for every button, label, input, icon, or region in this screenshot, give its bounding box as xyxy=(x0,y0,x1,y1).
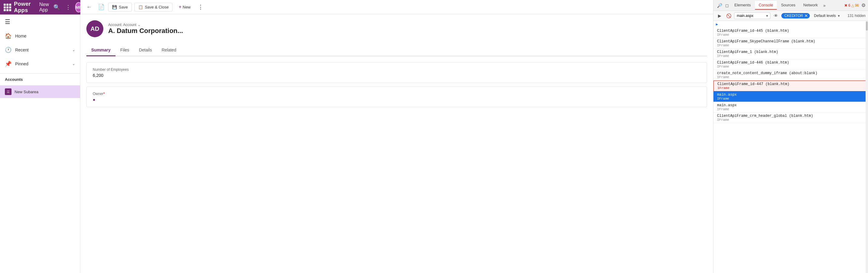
entity-name: A. Datum Corporation... xyxy=(108,27,183,35)
console-item[interactable]: ClientApiFrame_1 (blank.htm) IFrame xyxy=(713,49,868,59)
field-employees: Number of Employees 6,200 xyxy=(86,62,707,83)
page-icon: 📄 xyxy=(97,2,106,11)
console-item[interactable]: ClientApiFrame_id-445 (blank.htm) IFrame xyxy=(713,28,868,38)
subarea-icon: ☰ xyxy=(5,89,11,95)
back-button[interactable]: ← xyxy=(84,3,94,11)
sidebar-item-pinned[interactable]: 📌 Pinned ⌄ xyxy=(0,57,80,71)
owner-label: Owner* xyxy=(93,92,701,96)
error-count: 6 xyxy=(848,3,850,7)
filter-input-container: CKEDITOR ✕ xyxy=(781,13,810,19)
entity-info: Account: Account ⌄ A. Datum Corporation.… xyxy=(108,23,183,35)
frame-select-container: main.aspx ▼ xyxy=(734,12,770,19)
filter-value: CKEDITOR xyxy=(784,13,803,18)
tab-sources[interactable]: Sources xyxy=(777,1,799,10)
console-item[interactable]: create_note_content_dummy_iframe (about:… xyxy=(713,70,868,80)
settings-icon[interactable]: ⚙ xyxy=(861,2,866,8)
tab-console[interactable]: Console xyxy=(755,1,777,10)
tab-elements[interactable]: Elements xyxy=(731,1,754,10)
filter-clear-icon[interactable]: ✕ xyxy=(804,13,808,18)
device-icon[interactable]: ◻ xyxy=(724,1,730,10)
app-header: Power Apps New App 🔍 ⋮ MP xyxy=(0,0,80,14)
warn-count: 96 xyxy=(855,3,859,7)
sidebar-nav: 🏠 Home 🕐 Recent ⌄ 📌 Pinned ⌄ xyxy=(0,29,80,71)
recent-chevron-icon: ⌄ xyxy=(72,48,75,52)
error-icon: ✖ xyxy=(844,3,847,7)
console-scrollbar[interactable] xyxy=(866,21,868,273)
accounts-title: Accounts xyxy=(0,73,80,86)
grid-icon[interactable] xyxy=(4,4,11,11)
header-more-icon[interactable]: ⋮ xyxy=(64,3,72,12)
new-button[interactable]: + New xyxy=(175,2,194,11)
hidden-count: 131 hidden xyxy=(848,13,866,18)
crm-panel: ← 📄 💾 Save 📋 Save & Close + New ⋮ AD Acc… xyxy=(80,0,713,273)
sidebar-item-recent-label: Recent xyxy=(15,47,29,53)
tab-details[interactable]: Details xyxy=(134,44,157,56)
clear-console-icon[interactable]: 🚫 xyxy=(725,12,732,20)
employees-label: Number of Employees xyxy=(93,68,701,72)
recent-icon: 🕐 xyxy=(5,46,11,53)
tab-related[interactable]: Related xyxy=(157,44,181,56)
tab-summary[interactable]: Summary xyxy=(86,44,116,56)
pinned-icon: 📌 xyxy=(5,61,11,67)
accounts-item-new-subarea[interactable]: ☰ New Subarea xyxy=(0,86,80,98)
crm-content: AD Account: Account ⌄ A. Datum Corporati… xyxy=(80,14,713,273)
app-name-label: New App xyxy=(39,2,49,13)
frame-select[interactable]: main.aspx xyxy=(734,12,770,19)
level-select[interactable]: Default levels Verbose Info Warnings Err… xyxy=(812,13,842,19)
console-item[interactable]: main.aspx IFrame xyxy=(713,102,868,112)
owner-value[interactable]: ● xyxy=(93,97,701,102)
left-panel: Power Apps New App 🔍 ⋮ MP ☰ 🏠 Home 🕐 Rec… xyxy=(0,0,80,273)
new-plus-icon: + xyxy=(179,4,181,10)
sidebar-toggle[interactable]: ☰ xyxy=(0,14,80,29)
sidebar-item-recent[interactable]: 🕐 Recent ⌄ xyxy=(0,43,80,57)
save-button[interactable]: 💾 Save xyxy=(108,3,132,11)
scrollbar-thumb xyxy=(866,22,868,31)
console-item[interactable]: ClientApiFrame_SkypeChannelIFrame (blank… xyxy=(713,38,868,49)
devtools-toolbar: ▶ 🚫 main.aspx ▼ 👁 CKEDITOR ✕ Default lev… xyxy=(713,11,868,21)
save-close-icon: 📋 xyxy=(138,5,143,9)
employees-value: 6,200 xyxy=(93,73,701,78)
sidebar: ☰ 🏠 Home 🕐 Recent ⌄ 📌 Pinned ⌄ Accounts … xyxy=(0,14,80,273)
tabs-more-icon[interactable]: » xyxy=(823,3,826,8)
execute-icon[interactable]: ▶ xyxy=(716,12,723,20)
console-output[interactable]: ▶ ClientApiFrame_id-445 (blank.htm) IFra… xyxy=(713,21,868,273)
record-tabs: Summary Files Details Related xyxy=(86,44,707,56)
field-owner: Owner* ● xyxy=(86,87,707,107)
expand-row[interactable]: ▶ xyxy=(713,21,868,28)
console-item[interactable]: ClientApiFrame_crm_header_global (blank.… xyxy=(713,112,868,123)
eye-icon[interactable]: 👁 xyxy=(772,12,779,20)
devtools-tabs: 🔎 ◻ Elements Console Sources Network » ✖… xyxy=(713,0,868,11)
toolbar-more-icon[interactable]: ⋮ xyxy=(198,4,204,10)
level-select-container: Default levels Verbose Info Warnings Err… xyxy=(812,13,840,19)
sidebar-item-home-label: Home xyxy=(15,34,26,38)
inspect-icon[interactable]: 🔎 xyxy=(716,1,723,10)
brand-name: Power Apps xyxy=(14,1,31,13)
console-item[interactable]: ClientApiFrame_id-446 (blank.htm) IFrame xyxy=(713,59,868,70)
save-icon: 💾 xyxy=(112,5,117,9)
sidebar-item-pinned-label: Pinned xyxy=(15,62,29,66)
entity-type-label: Account: Account ⌄ xyxy=(108,23,183,27)
search-icon[interactable]: 🔍 xyxy=(52,3,61,12)
crm-toolbar: ← 📄 💾 Save 📋 Save & Close + New ⋮ xyxy=(80,0,713,14)
console-item-selected[interactable]: main.aspx IFrame xyxy=(713,92,868,102)
pinned-chevron-icon: ⌄ xyxy=(72,62,75,66)
devtools-panel: 🔎 ◻ Elements Console Sources Network » ✖… xyxy=(713,0,868,273)
sidebar-item-home[interactable]: 🏠 Home xyxy=(0,29,80,43)
tab-network[interactable]: Network xyxy=(800,1,822,10)
error-badge: ✖ 6 △ 96 xyxy=(844,3,859,7)
entity-avatar: AD xyxy=(86,20,103,37)
warn-icon: △ xyxy=(851,3,854,7)
subarea-label: New Subarea xyxy=(14,90,38,94)
entity-type-chevron-icon[interactable]: ⌄ xyxy=(137,23,141,27)
tab-files[interactable]: Files xyxy=(116,44,134,56)
home-icon: 🏠 xyxy=(5,33,11,39)
console-item-highlighted[interactable]: ClientApiFrame_id-447 (blank.htm) IFrame xyxy=(713,80,868,92)
save-close-button[interactable]: 📋 Save & Close xyxy=(134,3,173,11)
entity-header: AD Account: Account ⌄ A. Datum Corporati… xyxy=(86,20,707,37)
accounts-section: Accounts ☰ New Subarea xyxy=(0,73,80,98)
